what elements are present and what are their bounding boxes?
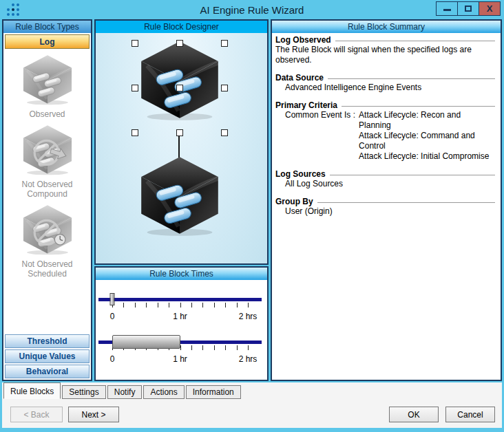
- selection-handle-1-0[interactable]: [132, 85, 138, 91]
- not-observed-compound-icon: [20, 125, 75, 178]
- rule-block-cube-1[interactable]: [137, 40, 222, 124]
- ai-engine-rule-wizard-window: AI Engine Rule Wizard X Rule Block Types…: [0, 0, 504, 432]
- slider-range-bar[interactable]: [112, 335, 180, 349]
- next-button[interactable]: Next >: [68, 407, 119, 422]
- summary-line: All Log Sources: [275, 179, 495, 189]
- threshold-group-button[interactable]: Threshold: [5, 334, 90, 348]
- rule-block-summary-header: Rule Block Summary: [272, 21, 501, 33]
- rule-block-times-header: Rule Block Times: [96, 268, 267, 280]
- slider-tick: [248, 303, 249, 307]
- titlebar: AI Engine Rule Wizard X: [2, 0, 502, 19]
- summary-line: User (Origin): [275, 206, 495, 217]
- rule-type-label: Not Observed Scheduled: [10, 259, 85, 279]
- summary-section-data-source: Data SourceAdvanced Intelligence Engine …: [275, 73, 495, 93]
- selection-handle-0-1[interactable]: [176, 40, 183, 47]
- selection-handle-1-1[interactable]: [176, 85, 183, 91]
- slider-tick: [180, 345, 181, 350]
- tab-actions[interactable]: Actions: [143, 385, 184, 399]
- slider-tick: [202, 345, 203, 350]
- selection-handle-2-1[interactable]: [176, 129, 183, 136]
- log-observed-cube-icon: [20, 54, 75, 108]
- summary-line: The Rule Block will signal when the spec…: [275, 45, 495, 65]
- slider-label-1-hr: 1 hr: [173, 354, 187, 364]
- tab-notify[interactable]: Notify: [107, 385, 143, 399]
- slider-tick: [237, 345, 238, 350]
- summary-heading-text: Log Sources: [275, 169, 326, 179]
- close-button[interactable]: X: [479, 1, 501, 16]
- slider-tick: [248, 345, 249, 350]
- tab-information[interactable]: Information: [186, 385, 241, 399]
- rule-type-group-buttons: ThresholdUnique ValuesBehavioral: [5, 334, 90, 378]
- rule-type-observed[interactable]: Observed: [20, 54, 75, 119]
- rule-block-summary-body: Log ObservedThe Rule Block will signal w…: [272, 33, 501, 380]
- heading-rule-line: [328, 78, 495, 79]
- rule-block-types-panel: Rule Block Types Log Observed: [2, 19, 92, 381]
- summary-section-heading: Log Observed: [275, 35, 495, 45]
- summary-section-heading: Primary Criteria: [275, 100, 495, 110]
- selection-handle-2-0[interactable]: [132, 129, 138, 136]
- tab-settings[interactable]: Settings: [62, 385, 105, 399]
- summary-heading-text: Group By: [275, 197, 313, 206]
- designer-canvas[interactable]: [96, 33, 267, 263]
- minimize-icon: [443, 9, 451, 11]
- minimize-button[interactable]: [436, 1, 458, 16]
- slider-track: [98, 298, 262, 301]
- time-slider-1: [112, 292, 248, 310]
- time-slider-block-1: 01 hr2 hrs: [112, 292, 248, 323]
- slider-tick: [191, 345, 192, 350]
- rule-block-summary-panel: Rule Block Summary Log ObservedThe Rule …: [271, 19, 502, 381]
- slider-label-0: 0: [110, 312, 115, 321]
- slider-label-2-hrs: 2 hrs: [239, 354, 258, 364]
- heading-rule-line: [330, 175, 495, 175]
- tab-rule-blocks[interactable]: Rule Blocks: [3, 382, 61, 399]
- rule-block-designer-header: Rule Block Designer: [96, 21, 267, 33]
- unique-values-group-button[interactable]: Unique Values: [5, 349, 90, 363]
- rule-block-connector-line: [178, 135, 180, 158]
- ok-button[interactable]: OK: [389, 407, 439, 422]
- heading-rule-line: [317, 202, 495, 203]
- summary-section-group-by: Group ByUser (Origin): [275, 197, 495, 217]
- back-button[interactable]: < Back: [10, 407, 63, 422]
- criteria-value: Attack Lifecycle: Initial Compromise: [359, 151, 495, 162]
- slider-tick: [146, 303, 147, 307]
- cancel-button[interactable]: Cancel: [445, 407, 495, 422]
- primary-criteria-row: Common Event Is :Attack Lifecycle: Recon…: [275, 110, 495, 162]
- summary-heading-text: Data Source: [275, 73, 324, 83]
- summary-section-log-sources: Log SourcesAll Log Sources: [275, 169, 495, 189]
- slider-tick: [202, 303, 203, 307]
- not-observed-scheduled-icon: [20, 204, 75, 258]
- selection-handle-1-2[interactable]: [221, 85, 228, 91]
- rule-block-times-panel: Rule Block Times 01 hr2 hrs01 hr2 hrs: [94, 266, 269, 381]
- summary-section-heading: Data Source: [275, 73, 495, 83]
- rule-type-label: Observed: [29, 109, 65, 119]
- rule-type-not-observed-compound[interactable]: Not Observed Compound: [10, 125, 85, 199]
- selection-handle-2-2[interactable]: [221, 129, 228, 136]
- tab-strip: Rule BlocksSettingsNotifyActionsInformat…: [2, 382, 502, 399]
- summary-section-heading: Group By: [275, 197, 495, 206]
- slider-tick: [225, 303, 226, 307]
- rule-block-types-header: Rule Block Types: [3, 21, 91, 33]
- rule-block-cube-2[interactable]: [137, 155, 222, 239]
- selection-handle-0-2[interactable]: [221, 40, 228, 47]
- slider-thumb[interactable]: [110, 293, 115, 305]
- log-type-button[interactable]: Log: [5, 34, 90, 49]
- time-slider-block-2: 01 hr2 hrs: [112, 335, 248, 365]
- rule-type-list: Observed Not Observed Compound Not Obser: [5, 49, 90, 284]
- summary-heading-text: Primary Criteria: [275, 100, 337, 110]
- main-area: Rule Block Types Log Observed: [2, 19, 502, 381]
- heading-rule-line: [335, 41, 495, 41]
- behavioral-group-button[interactable]: Behavioral: [5, 365, 90, 378]
- rule-type-not-observed-scheduled[interactable]: Not Observed Scheduled: [10, 204, 85, 279]
- summary-line: Advanced Intelligence Engine Events: [275, 83, 495, 93]
- slider-tick: [214, 303, 215, 307]
- slider-tick: [169, 303, 169, 307]
- slider-label-0: 0: [110, 354, 115, 364]
- slider-tick: [123, 303, 124, 307]
- maximize-button[interactable]: [457, 1, 479, 16]
- selection-handle-0-0[interactable]: [132, 40, 138, 47]
- slider-tick: [180, 303, 181, 307]
- middle-column: Rule Block Designer: [94, 19, 269, 381]
- window-title: AI Engine Rule Wizard: [2, 4, 502, 16]
- criteria-values: Attack Lifecycle: Recon and PlanningAtta…: [359, 110, 495, 162]
- slider-label-2-hrs: 2 hrs: [239, 312, 258, 321]
